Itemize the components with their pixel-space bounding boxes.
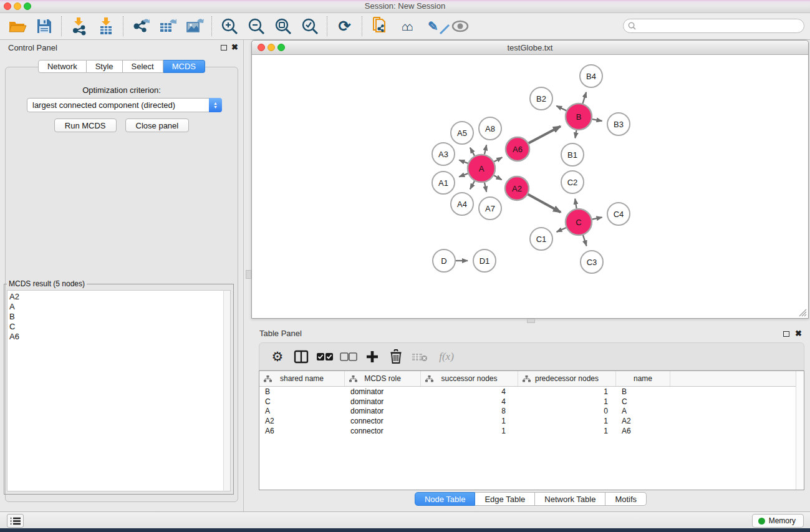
graph-edge-A2-C[interactable] [528,195,561,213]
tab-edge-table[interactable]: Edge Table [475,492,535,506]
cell-MCDS-role[interactable]: connector [345,427,421,435]
close-panel-button[interactable]: Close panel [125,118,190,132]
cell-name[interactable]: A2 [616,417,670,425]
cell-predecessor-nodes[interactable]: 1 [518,417,616,425]
column-header-successor-nodes[interactable]: successor nodes [421,371,518,386]
criterion-select[interactable]: largest connected component (directed) ▲… [27,98,222,112]
table-row[interactable]: A6connector11A6 [259,426,804,436]
search-input[interactable] [636,21,804,32]
tab-node-table[interactable]: Node Table [415,492,476,506]
table-row[interactable]: Bdominator41B [259,387,804,397]
mcds-result-item[interactable]: A2 [9,292,223,302]
deselect-all-button[interactable] [337,345,360,369]
graph-edge-C-C3[interactable] [583,235,587,246]
cell-name[interactable]: C [616,397,670,406]
cell-shared-name[interactable]: A6 [259,427,345,435]
graph-edge-B-B1[interactable] [575,130,576,138]
table-row[interactable]: Cdominator41C [259,397,804,407]
graph-edge-A-A2[interactable] [494,175,502,180]
export-image-button[interactable] [181,14,208,38]
close-panel-icon[interactable]: ✖ [795,329,802,338]
graph-edge-A-A4[interactable] [470,181,475,189]
network-from-selection-button[interactable] [366,14,393,38]
save-session-button[interactable] [31,14,57,38]
search-box[interactable] [623,19,804,33]
style-toggle-button[interactable]: ✎ [420,14,446,38]
tab-network-table[interactable]: Network Table [535,492,605,506]
cell-successor-nodes[interactable]: 4 [421,397,518,406]
table-row[interactable]: Adominator80A [259,407,804,417]
graph-edge-C-C2[interactable] [575,199,576,209]
delete-table-button[interactable] [408,345,432,369]
refresh-button[interactable]: ⟳ [331,14,358,38]
cell-shared-name[interactable]: A [259,407,345,415]
tab-style[interactable]: Style [87,60,123,73]
mcds-result-scrollbar[interactable] [223,290,231,491]
cell-successor-nodes[interactable]: 1 [421,427,518,435]
memory-button[interactable]: Memory [752,514,804,528]
cell-successor-nodes[interactable]: 4 [421,387,518,396]
close-panel-icon[interactable]: ✖ [231,42,238,52]
horizontal-splitter-handle[interactable] [527,319,535,323]
cell-shared-name[interactable]: A2 [259,417,345,425]
mcds-result-list[interactable]: A2ABCA6 [7,290,223,491]
graph-edge-B-B2[interactable] [556,106,566,111]
zoom-selected-button[interactable] [296,14,323,38]
zoom-fit-button[interactable] [269,14,296,38]
graph-edge-A-A1[interactable] [459,173,468,177]
export-table-button[interactable] [154,14,181,38]
column-header-shared-name[interactable]: shared name [259,371,345,386]
export-network-button[interactable] [127,14,154,38]
mcds-result-item[interactable]: C [9,322,223,332]
open-session-button[interactable] [4,14,31,38]
graph-edge-C-C4[interactable] [592,217,602,219]
table-scrollbar[interactable] [796,371,804,490]
add-column-button[interactable] [360,345,384,369]
cell-predecessor-nodes[interactable]: 1 [518,387,616,396]
cell-successor-nodes[interactable]: 8 [421,407,518,415]
tab-motifs[interactable]: Motifs [605,492,647,506]
network-canvas[interactable]: B4B2BB3A5A8A6A3B1AC2A1A2A4A7C4CC1C3DD1 [252,55,808,318]
column-header-predecessor-nodes[interactable]: predecessor nodes [518,371,616,386]
cell-name[interactable]: A6 [616,427,670,435]
graph-edge-C-C1[interactable] [557,228,566,232]
network-graph[interactable]: B4B2BB3A5A8A6A3B1AC2A1A2A4A7C4CC1C3DD1 [252,55,808,318]
table-settings-button[interactable]: ⚙ [266,345,289,369]
cell-name[interactable]: B [616,387,670,396]
zoom-out-button[interactable] [243,14,269,38]
cell-MCDS-role[interactable]: dominator [345,387,421,396]
cell-shared-name[interactable]: C [259,397,345,406]
graph-edge-A-A7[interactable] [485,183,486,192]
column-header-name[interactable]: name [616,371,670,386]
cell-MCDS-role[interactable]: connector [345,417,421,425]
cell-predecessor-nodes[interactable]: 1 [518,397,616,406]
mcds-result-item[interactable]: A6 [9,332,223,342]
zoom-in-button[interactable] [216,14,243,38]
graph-edge-A6-B[interactable] [529,127,561,143]
column-header-MCDS-role[interactable]: MCDS role [345,371,421,386]
import-network-button[interactable] [65,14,92,38]
cell-shared-name[interactable]: B [259,387,345,396]
function-builder-button[interactable]: f(x) [432,345,461,369]
table-row[interactable]: A2connector11A2 [259,416,804,426]
network-window-titlebar[interactable]: testGlobe.txt [252,41,808,55]
vertical-splitter-handle[interactable] [246,270,251,279]
cell-MCDS-role[interactable]: dominator [345,407,421,415]
show-column-button[interactable] [289,345,313,369]
graph-edge-A-A8[interactable] [485,145,486,154]
cell-predecessor-nodes[interactable]: 1 [518,427,616,435]
run-mcds-button[interactable]: Run MCDS [54,118,117,132]
graph-edge-B-B3[interactable] [592,119,602,121]
cell-MCDS-role[interactable]: dominator [345,397,421,406]
mcds-result-item[interactable]: A [9,302,223,312]
cell-predecessor-nodes[interactable]: 0 [518,407,616,415]
task-history-button[interactable] [7,514,24,528]
cell-successor-nodes[interactable]: 1 [421,417,518,425]
import-table-button[interactable] [92,14,119,38]
resize-grip-icon[interactable] [799,309,807,317]
cell-name[interactable]: A [616,407,670,415]
graph-edge-A-A5[interactable] [470,148,475,156]
float-panel-icon[interactable] [221,45,227,51]
float-panel-icon[interactable] [783,331,789,337]
select-all-button[interactable] [313,345,337,369]
